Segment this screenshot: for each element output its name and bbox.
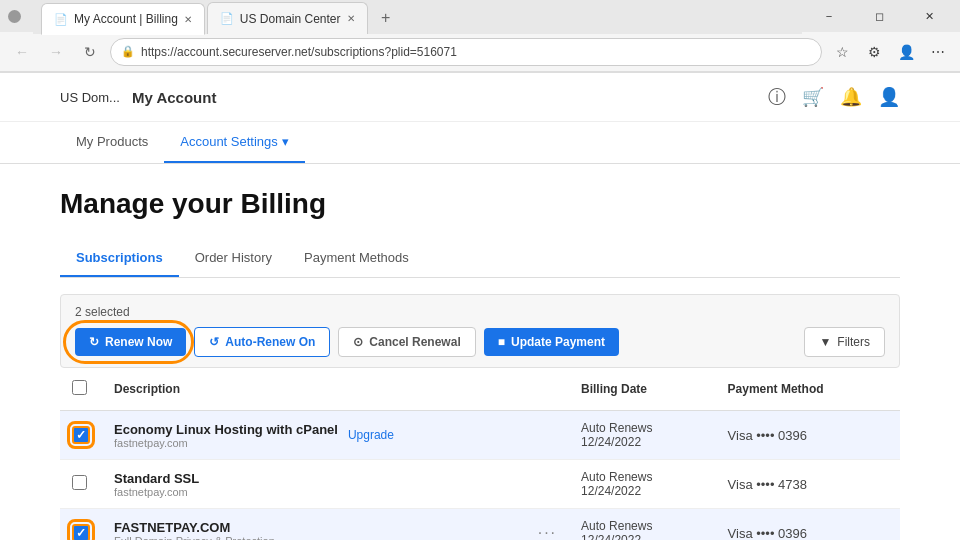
row2-product-sub: fastnetpay.com [114,486,557,498]
row1-billing: Auto Renews 12/24/2022 [569,411,716,460]
tab-payment-methods[interactable]: Payment Methods [288,240,425,277]
table-row: ✓ Economy Linux Hosting with cPanel fast… [60,411,900,460]
row2-product-name: Standard SSL [114,471,557,486]
nav-tab-my-products[interactable]: My Products [60,122,164,163]
col-billing-date: Billing Date [569,368,716,411]
table-body: ✓ Economy Linux Hosting with cPanel fast… [60,411,900,541]
col-description: Description [102,368,569,411]
cart-icon[interactable]: 🛒 [802,86,824,108]
address-box[interactable]: 🔒 https://account.secureserver.net/subsc… [110,38,822,66]
back-button[interactable]: ← [8,38,36,66]
content: Manage your Billing Subscriptions Order … [0,164,960,540]
row1-product-name: Economy Linux Hosting with cPanel [114,422,338,437]
tab-close-billing[interactable]: ✕ [184,14,192,25]
close-button[interactable]: ✕ [906,0,952,32]
row1-description: Economy Linux Hosting with cPanel fastne… [102,411,569,460]
selected-info: 2 selected [75,305,885,319]
maximize-button[interactable]: ◻ [856,0,902,32]
more-icon[interactable]: ⋯ [924,38,952,66]
title-bar: 📄 My Account | Billing ✕ 📄 US Domain Cen… [0,0,960,32]
row2-billing-status: Auto Renews [581,470,704,484]
payment-icon: ■ [498,335,505,349]
nav-tabs: My Products Account Settings ▾ [0,122,960,164]
cancel-renewal-button[interactable]: ⊙ Cancel Renewal [338,327,475,357]
inner-tabs: Subscriptions Order History Payment Meth… [60,240,900,278]
col-checkbox [60,368,102,411]
tab-subscriptions[interactable]: Subscriptions [60,240,179,277]
page-header: US Dom... My Account ⓘ 🛒 🔔 👤 [0,73,960,122]
address-text: https://account.secureserver.net/subscri… [141,45,457,59]
profile-icon[interactable]: 👤 [892,38,920,66]
row3-product-sub: Full Domain Privacy & Protection [114,535,275,541]
user-icon[interactable]: 👤 [878,86,900,108]
row3-billing-status: Auto Renews [581,519,704,533]
minimize-button[interactable]: − [806,0,852,32]
renew-icon: ↻ [89,335,99,349]
row1-billing-status: Auto Renews [581,421,704,435]
tabs-bar: 📄 My Account | Billing ✕ 📄 US Domain Cen… [33,0,802,34]
row1-checkbox-cell: ✓ [60,411,102,460]
address-bar-row: ← → ↻ 🔒 https://account.secureserver.net… [0,32,960,72]
page-title: Manage your Billing [60,188,900,220]
row1-billing-date: 12/24/2022 [581,435,704,449]
row3-billing: Auto Renews 12/24/2022 [569,509,716,541]
row2-billing: Auto Renews 12/24/2022 [569,460,716,509]
row3-product-name: FASTNETPAY.COM [114,520,275,535]
refresh-button[interactable]: ↻ [76,38,104,66]
row3-checkbox[interactable]: ✓ [72,524,90,540]
browser-toolbar-icons: ☆ ⚙ 👤 ⋯ [828,38,952,66]
row2-billing-date: 12/24/2022 [581,484,704,498]
row3-description: FASTNETPAY.COM Full Domain Privacy & Pro… [102,509,569,541]
row3-billing-date: 12/24/2022 [581,533,704,540]
col-payment-method: Payment Method [716,368,900,411]
tab-billing[interactable]: 📄 My Account | Billing ✕ [41,3,205,35]
row1-payment: Visa •••• 0396 [716,411,900,460]
table-row: Standard SSL fastnetpay.com Auto Renews … [60,460,900,509]
row3-payment: Visa •••• 0396 [716,509,900,541]
header-left: US Dom... My Account [60,89,216,106]
brand-text: US Dom... [60,90,120,105]
dropdown-chevron-icon: ▾ [282,134,289,149]
row1-product-sub: fastnetpay.com [114,437,338,449]
subscriptions-table: Description Billing Date Payment Method … [60,368,900,540]
select-all-checkbox[interactable] [72,380,87,395]
row2-checkbox[interactable] [72,475,87,490]
filter-icon: ▼ [819,335,831,349]
browser-chrome: 📄 My Account | Billing ✕ 📄 US Domain Cen… [0,0,960,73]
row2-checkbox-cell [60,460,102,509]
help-icon[interactable]: ⓘ [768,85,786,109]
lock-icon: 🔒 [121,45,135,58]
filters-button[interactable]: ▼ Filters [804,327,885,357]
tab-close-domain[interactable]: ✕ [347,13,355,24]
window-controls: − ◻ ✕ [806,0,952,32]
forward-button[interactable]: → [42,38,70,66]
new-tab-button[interactable]: + [370,2,402,34]
tab-domain[interactable]: 📄 US Domain Center ✕ [207,2,368,34]
settings-icon[interactable]: ⚙ [860,38,888,66]
toolbar-actions: ↻ Renew Now ↺ Auto-Renew On ⊙ Cancel Ren… [75,327,885,357]
row1-checkbox[interactable]: ✓ [72,426,90,444]
row3-more-menu[interactable]: ··· [538,524,557,540]
row1-upgrade-link[interactable]: Upgrade [348,428,394,442]
tab-order-history[interactable]: Order History [179,240,288,277]
bookmark-icon[interactable]: ☆ [828,38,856,66]
renew-now-button[interactable]: ↻ Renew Now [75,328,186,356]
renew-wrap: ↻ Renew Now [75,328,186,356]
cancel-icon: ⊙ [353,335,363,349]
update-payment-button[interactable]: ■ Update Payment [484,328,619,356]
nav-tab-account-settings[interactable]: Account Settings ▾ [164,122,305,163]
bell-icon[interactable]: 🔔 [840,86,862,108]
row3-checkbox-cell: ✓ [60,509,102,541]
table-row: ✓ FASTNETPAY.COM Full Domain Privacy & P… [60,509,900,541]
my-account-text: My Account [132,89,216,106]
row2-description: Standard SSL fastnetpay.com [102,460,569,509]
header-icons: ⓘ 🛒 🔔 👤 [768,85,900,109]
page: US Dom... My Account ⓘ 🛒 🔔 👤 My Products… [0,73,960,540]
auto-renew-on-button[interactable]: ↺ Auto-Renew On [194,327,330,357]
row2-payment: Visa •••• 4738 [716,460,900,509]
table-header: Description Billing Date Payment Method [60,368,900,411]
list-toolbar: 2 selected ↻ Renew Now ↺ Auto-Renew On ⊙… [60,294,900,368]
auto-renew-icon: ↺ [209,335,219,349]
